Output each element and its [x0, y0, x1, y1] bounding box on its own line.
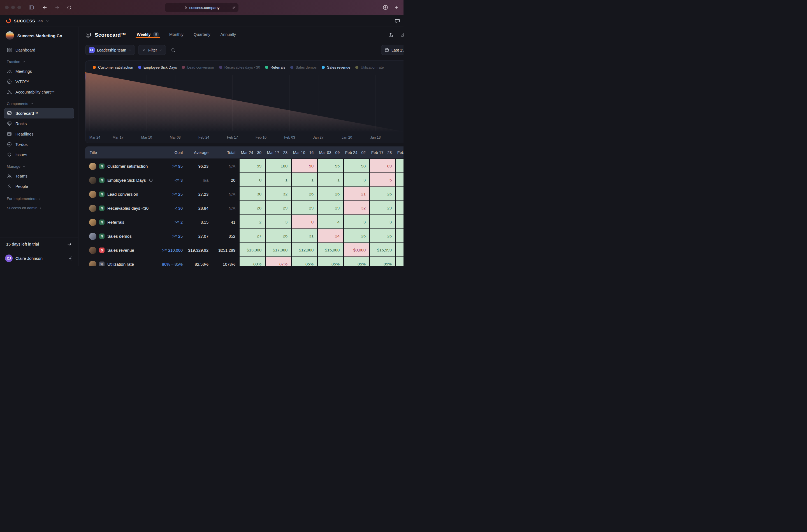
- back-icon[interactable]: [42, 5, 48, 11]
- column-header-title[interactable]: Title: [85, 150, 161, 155]
- value-cell[interactable]: 100: [265, 159, 291, 173]
- value-cell[interactable]: 3: [343, 173, 369, 187]
- table-row-employee-sick-days[interactable]: NEmployee Sick Days<= 3n/a20011135: [85, 173, 403, 187]
- value-cell[interactable]: [395, 257, 403, 266]
- user-row[interactable]: CJ Claire Johnson: [0, 251, 78, 266]
- value-cell[interactable]: [395, 159, 403, 173]
- sign-out-icon[interactable]: [68, 256, 73, 261]
- export-icon[interactable]: [388, 32, 393, 38]
- value-cell[interactable]: 85%: [343, 257, 369, 266]
- column-header-goal[interactable]: Goal: [161, 150, 186, 155]
- value-cell[interactable]: 21: [343, 187, 369, 201]
- value-cell[interactable]: 26: [317, 187, 343, 201]
- value-cell[interactable]: 85%: [291, 257, 317, 266]
- column-header-week[interactable]: Mar 24—30: [239, 150, 265, 155]
- column-header-average[interactable]: Average: [186, 150, 212, 155]
- sidebar-link-for-implementers[interactable]: For Implementers: [4, 191, 74, 201]
- metric-title-cell[interactable]: %Utilization rate: [85, 257, 161, 266]
- value-cell[interactable]: 85%: [369, 257, 395, 266]
- column-header-week[interactable]: Feb 10—16: [395, 150, 403, 155]
- value-cell[interactable]: [395, 243, 403, 257]
- value-cell[interactable]: 2: [239, 215, 265, 229]
- goal-cell[interactable]: >= 95: [161, 159, 186, 173]
- value-cell[interactable]: 31: [291, 229, 317, 243]
- metric-title-cell[interactable]: NReferrals: [85, 215, 161, 229]
- sidebar-item-headlines[interactable]: Headlines: [4, 129, 74, 139]
- value-cell[interactable]: 4: [317, 215, 343, 229]
- sidebar-item-meetings[interactable]: Meetings: [4, 66, 74, 76]
- value-cell[interactable]: [395, 229, 403, 243]
- chevron-down-icon[interactable]: [46, 19, 49, 23]
- value-cell[interactable]: 85%: [317, 257, 343, 266]
- value-cell[interactable]: [395, 201, 403, 215]
- value-cell[interactable]: 98: [343, 159, 369, 173]
- value-cell[interactable]: 26: [291, 187, 317, 201]
- arrow-right-icon[interactable]: [67, 242, 72, 247]
- value-cell[interactable]: $13,000: [239, 243, 265, 257]
- legend-item-sales-demos[interactable]: Sales demos: [290, 65, 317, 70]
- date-range-button[interactable]: Last 13: [381, 45, 403, 55]
- value-cell[interactable]: 24: [317, 229, 343, 243]
- legend-item-receivables-days-30[interactable]: Receivables days <30: [219, 65, 260, 70]
- value-cell[interactable]: 0: [239, 173, 265, 187]
- value-cell[interactable]: 90: [291, 159, 317, 173]
- value-cell[interactable]: 29: [369, 201, 395, 215]
- section-label-manage[interactable]: Manage: [4, 160, 74, 171]
- section-label-components[interactable]: Components: [4, 97, 74, 108]
- legend-item-sales-revenue[interactable]: Sales revenue: [322, 65, 350, 70]
- reload-icon[interactable]: [67, 5, 72, 10]
- value-cell[interactable]: $17,000: [265, 243, 291, 257]
- info-icon[interactable]: [149, 178, 153, 182]
- column-header-week[interactable]: Mar 10—16: [291, 150, 317, 155]
- chat-icon[interactable]: [395, 18, 400, 24]
- goal-cell[interactable]: < 30: [161, 201, 186, 215]
- value-cell[interactable]: 1: [265, 173, 291, 187]
- sidebar-link-success-co-admin[interactable]: Success.co admin: [4, 201, 74, 210]
- column-header-week[interactable]: Feb 24—02: [343, 150, 369, 155]
- metric-title-cell[interactable]: NReceivables days <30: [85, 201, 161, 215]
- value-cell[interactable]: 28: [239, 201, 265, 215]
- table-row-sales-demos[interactable]: NSales demos>= 2527.07352272631242626: [85, 229, 403, 243]
- value-cell[interactable]: $12,000: [291, 243, 317, 257]
- value-cell[interactable]: 27: [239, 229, 265, 243]
- sidebar-item-v-to[interactable]: V/TO™: [4, 76, 74, 87]
- downloads-icon[interactable]: [383, 4, 388, 11]
- column-header-week[interactable]: Mar 17—23: [265, 150, 291, 155]
- goal-cell[interactable]: >= $10,000: [161, 243, 186, 257]
- value-cell[interactable]: [395, 187, 403, 201]
- brand-logo[interactable]: SUCCESS.co: [6, 18, 49, 24]
- value-cell[interactable]: 1: [317, 173, 343, 187]
- sidebar-item-to-dos[interactable]: To-dos: [4, 139, 74, 150]
- goal-cell[interactable]: 80% – 85%: [161, 257, 186, 266]
- sidebar-item-accountability-chart[interactable]: Accountability chart™: [4, 87, 74, 97]
- column-header-week[interactable]: Feb 17—23: [369, 150, 395, 155]
- sidebar-item-dashboard[interactable]: Dashboard: [4, 45, 74, 55]
- value-cell[interactable]: 26: [343, 229, 369, 243]
- column-header-week[interactable]: Mar 03—09: [317, 150, 343, 155]
- value-cell[interactable]: 29: [265, 201, 291, 215]
- value-cell[interactable]: [395, 215, 403, 229]
- value-cell[interactable]: $15,999: [369, 243, 395, 257]
- value-cell[interactable]: 80%: [239, 257, 265, 266]
- sidebar-toggle-icon[interactable]: [28, 4, 34, 11]
- value-cell[interactable]: $9,000: [343, 243, 369, 257]
- value-cell[interactable]: 1: [291, 173, 317, 187]
- value-cell[interactable]: 89: [369, 159, 395, 173]
- goal-cell[interactable]: >= 25: [161, 229, 186, 243]
- value-cell[interactable]: 29: [291, 201, 317, 215]
- filter-button[interactable]: Filter: [138, 45, 166, 55]
- column-header-total[interactable]: Total: [212, 150, 239, 155]
- legend-item-lead-conversion[interactable]: Lead conversion: [182, 65, 214, 70]
- value-cell[interactable]: 3: [343, 215, 369, 229]
- zoom-button[interactable]: [17, 6, 21, 9]
- value-cell[interactable]: 3: [265, 215, 291, 229]
- table-row-lead-conversion[interactable]: NLead conversion>= 2527.23N/A30322626212…: [85, 187, 403, 201]
- value-cell[interactable]: 32: [265, 187, 291, 201]
- goal-cell[interactable]: >= 2: [161, 215, 186, 229]
- sidebar-item-teams[interactable]: Teams: [4, 171, 74, 181]
- value-cell[interactable]: 5: [369, 173, 395, 187]
- address-bar[interactable]: success.company: [165, 3, 238, 12]
- value-cell[interactable]: 0: [291, 215, 317, 229]
- close-button[interactable]: [5, 6, 9, 9]
- value-cell[interactable]: 30: [239, 187, 265, 201]
